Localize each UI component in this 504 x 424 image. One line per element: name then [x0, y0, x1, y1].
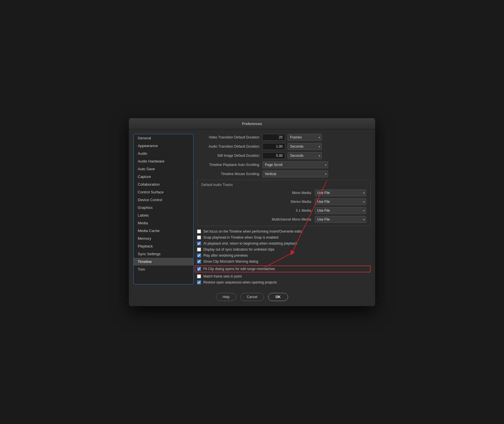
media51-label: 5.1 Media: — [266, 209, 312, 213]
media51-row: 5.1 Media: Use File Mono Stereo 5.1 — [201, 207, 366, 214]
checkbox-section: Set focus on the Timeline when performin… — [197, 229, 371, 284]
checkbox-play-after-render-input[interactable] — [197, 253, 201, 257]
still-image-row: Still Image Default Duration: Seconds Fr… — [197, 152, 371, 159]
video-transition-unit-wrapper: Frames Seconds Milliseconds — [288, 134, 322, 141]
still-image-unit-select[interactable]: Seconds Frames Milliseconds — [288, 152, 322, 159]
mono-wrapper: Use File Mono Stereo — [315, 189, 366, 196]
timeline-playback-wrapper: Page Scroll No Scroll Smooth Scroll — [262, 161, 328, 168]
sidebar-item-playback[interactable]: Playback — [134, 242, 193, 250]
sidebar-item-audio[interactable]: Audio — [134, 150, 193, 157]
audio-transition-row: Audio Transition Default Duration: Secon… — [197, 143, 371, 150]
audio-transition-unit-wrapper: Seconds Frames Milliseconds — [288, 143, 322, 150]
sidebar-item-memory[interactable]: Memory — [134, 235, 193, 242]
stereo-wrapper: Use File Mono Stereo — [315, 198, 366, 205]
checkbox-restore-sequences[interactable]: Restore open sequences when opening proj… — [197, 280, 371, 284]
sidebar-item-appearance[interactable]: Appearance — [134, 142, 193, 150]
checkbox-return-beginning[interactable]: At playback end, return to beginning whe… — [197, 241, 371, 245]
multichannel-select[interactable]: Use File Mono Stereo — [315, 216, 366, 223]
timeline-mouse-row: Timeline Mouse Scrolling: Vertical Horiz… — [197, 171, 371, 177]
checkbox-return-beginning-input[interactable] — [197, 241, 201, 245]
sidebar-item-media-cache[interactable]: Media Cache — [134, 227, 193, 235]
audio-tracks-title: Default Audio Tracks — [201, 183, 366, 187]
checkbox-fit-clip-dialog[interactable]: Fit Clip dialog opens for edit range mis… — [195, 266, 371, 272]
audio-transition-unit-select[interactable]: Seconds Frames Milliseconds — [288, 143, 322, 150]
sidebar-item-auto-save[interactable]: Auto Save — [134, 165, 193, 173]
timeline-mouse-wrapper: Vertical Horizontal — [262, 171, 328, 177]
checkbox-play-after-render[interactable]: Play after rendering previews — [197, 253, 371, 257]
cancel-button[interactable]: Cancel — [240, 293, 264, 301]
audio-transition-input[interactable] — [262, 143, 285, 150]
main-content: Video Transition Default Duration: Frame… — [197, 134, 371, 284]
checkbox-restore-sequences-input[interactable] — [197, 280, 201, 284]
timeline-playback-select[interactable]: Page Scroll No Scroll Smooth Scroll — [262, 161, 328, 168]
checkbox-display-sync[interactable]: Display out of sync indicators for unlin… — [197, 247, 371, 251]
sidebar-item-collaboration[interactable]: Collaboration — [134, 181, 193, 188]
sidebar-item-sync-settings[interactable]: Sync Settings — [134, 250, 193, 258]
sidebar-item-audio-hardware[interactable]: Audio Hardware — [134, 157, 193, 165]
checkbox-match-frame[interactable]: Match frame sets in point — [197, 274, 371, 278]
media51-wrapper: Use File Mono Stereo 5.1 — [315, 207, 366, 214]
still-image-unit-wrapper: Seconds Frames Milliseconds — [288, 152, 322, 159]
dialog-title: Preferences — [242, 122, 262, 126]
sidebar-item-labels[interactable]: Labels — [134, 211, 193, 219]
checkbox-clip-mismatch-input[interactable] — [197, 259, 201, 263]
still-image-label: Still Image Default Duration: — [197, 154, 260, 158]
mono-media-row: Mono Media: Use File Mono Stereo — [201, 189, 366, 196]
checkbox-clip-mismatch[interactable]: Show Clip Mismatch Warning dialog — [197, 259, 371, 263]
sidebar-item-capture[interactable]: Capture — [134, 173, 193, 181]
multichannel-wrapper: Use File Mono Stereo — [315, 216, 366, 223]
mono-select[interactable]: Use File Mono Stereo — [315, 189, 366, 196]
checkbox-match-frame-input[interactable] — [197, 274, 201, 278]
title-bar: Preferences — [129, 118, 375, 129]
checkbox-snap-playhead-input[interactable] — [197, 235, 201, 239]
stereo-select[interactable]: Use File Mono Stereo — [315, 198, 366, 205]
sidebar-item-device-control[interactable]: Device Control — [134, 196, 193, 204]
timeline-playback-label: Timeline Playback Auto-Scrolling: — [197, 163, 260, 167]
timeline-mouse-label: Timeline Mouse Scrolling: — [197, 172, 260, 176]
checkbox-display-sync-input[interactable] — [197, 247, 201, 251]
checkbox-snap-playhead[interactable]: Snap playhead in Timeline when Snap is e… — [197, 235, 371, 239]
video-transition-input[interactable] — [262, 134, 285, 141]
sidebar-item-graphics[interactable]: Graphics — [134, 204, 193, 211]
video-transition-row: Video Transition Default Duration: Frame… — [197, 134, 371, 141]
audio-transition-label: Audio Transition Default Duration: — [197, 144, 260, 148]
sidebar-item-control-surface[interactable]: Control Surface — [134, 188, 193, 196]
checkbox-focus-timeline[interactable]: Set focus on the Timeline when performin… — [197, 229, 371, 233]
video-transition-unit-select[interactable]: Frames Seconds Milliseconds — [288, 134, 322, 141]
ok-button[interactable]: OK — [268, 293, 288, 301]
help-button[interactable]: Help — [216, 293, 236, 301]
timeline-playback-row: Timeline Playback Auto-Scrolling: Page S… — [197, 161, 371, 168]
dialog-footer: Help Cancel OK — [129, 289, 375, 306]
sidebar-item-timeline[interactable]: Timeline — [134, 258, 193, 266]
timeline-mouse-select[interactable]: Vertical Horizontal — [262, 171, 328, 177]
multichannel-row: Multichannel Mono Media: Use File Mono S… — [201, 216, 366, 223]
mono-label: Mono Media: — [266, 191, 312, 195]
stereo-media-row: Stereo Media: Use File Mono Stereo — [201, 198, 366, 205]
audio-tracks-box: Default Audio Tracks Mono Media: Use Fil… — [197, 180, 371, 226]
sidebar-item-media[interactable]: Media — [134, 219, 193, 227]
multichannel-label: Multichannel Mono Media: — [266, 217, 312, 221]
still-image-input[interactable] — [262, 152, 285, 159]
video-transition-label: Video Transition Default Duration: — [197, 135, 260, 139]
checkbox-focus-timeline-input[interactable] — [197, 229, 201, 233]
stereo-label: Stereo Media: — [266, 200, 312, 204]
media51-select[interactable]: Use File Mono Stereo 5.1 — [315, 207, 366, 214]
sidebar-item-trim[interactable]: Trim — [134, 266, 193, 273]
checkbox-fit-clip-dialog-input[interactable] — [197, 267, 201, 271]
sidebar-item-general[interactable]: General — [134, 134, 193, 142]
sidebar: General Appearance Audio Audio Hardware … — [133, 134, 194, 284]
